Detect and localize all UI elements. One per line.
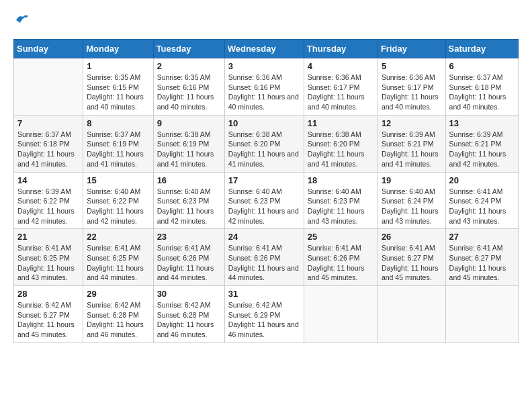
- calendar-cell: 4 Sunrise: 6:36 AM Sunset: 6:17 PM Dayli…: [304, 58, 378, 116]
- daylight-text: Daylight: 11 hours and 45 minutes.: [382, 264, 439, 282]
- sunrise-text: Sunrise: 6:41 AM: [87, 244, 140, 252]
- sunset-text: Sunset: 6:24 PM: [382, 197, 434, 205]
- day-number: 29: [87, 289, 149, 299]
- calendar-cell: 7 Sunrise: 6:37 AM Sunset: 6:18 PM Dayli…: [14, 115, 83, 172]
- day-number: 30: [157, 289, 221, 299]
- daylight-text: Daylight: 11 hours and 46 minutes.: [87, 320, 144, 338]
- calendar-cell: 22 Sunrise: 6:41 AM Sunset: 6:25 PM Dayl…: [83, 229, 153, 286]
- cell-info: Sunrise: 6:37 AM Sunset: 6:18 PM Dayligh…: [449, 73, 515, 112]
- sunset-text: Sunset: 6:27 PM: [17, 311, 70, 319]
- cell-info: Sunrise: 6:39 AM Sunset: 6:22 PM Dayligh…: [17, 187, 79, 226]
- sunset-text: Sunset: 6:17 PM: [308, 83, 360, 91]
- daylight-text: Daylight: 11 hours and 42 minutes.: [87, 207, 144, 225]
- calendar-cell: 27 Sunrise: 6:41 AM Sunset: 6:27 PM Dayl…: [445, 229, 518, 286]
- cell-info: Sunrise: 6:42 AM Sunset: 6:28 PM Dayligh…: [87, 300, 149, 340]
- calendar-cell: 9 Sunrise: 6:38 AM Sunset: 6:19 PM Dayli…: [153, 115, 224, 172]
- sunset-text: Sunset: 6:28 PM: [157, 311, 210, 319]
- calendar-cell: 28 Sunrise: 6:42 AM Sunset: 6:27 PM Dayl…: [14, 286, 83, 343]
- cell-info: Sunrise: 6:41 AM Sunset: 6:27 PM Dayligh…: [382, 243, 442, 283]
- day-number: 19: [382, 175, 442, 185]
- day-number: 17: [228, 175, 300, 185]
- calendar-cell: 24 Sunrise: 6:41 AM Sunset: 6:26 PM Dayl…: [224, 229, 304, 286]
- sunset-text: Sunset: 6:23 PM: [157, 197, 210, 205]
- sunset-text: Sunset: 6:22 PM: [87, 197, 139, 205]
- sunrise-text: Sunrise: 6:42 AM: [157, 301, 211, 309]
- calendar-cell: 16 Sunrise: 6:40 AM Sunset: 6:23 PM Dayl…: [153, 172, 224, 229]
- week-row-1: 1 Sunrise: 6:35 AM Sunset: 6:15 PM Dayli…: [14, 58, 519, 116]
- sunrise-text: Sunrise: 6:39 AM: [17, 187, 71, 195]
- sunrise-text: Sunrise: 6:38 AM: [228, 130, 282, 138]
- week-row-5: 28 Sunrise: 6:42 AM Sunset: 6:27 PM Dayl…: [14, 286, 519, 343]
- calendar-cell: 12 Sunrise: 6:39 AM Sunset: 6:21 PM Dayl…: [378, 115, 445, 172]
- calendar-cell: 25 Sunrise: 6:41 AM Sunset: 6:26 PM Dayl…: [304, 229, 378, 286]
- daylight-text: Daylight: 11 hours and 41 minutes.: [308, 150, 365, 168]
- calendar-cell: 5 Sunrise: 6:36 AM Sunset: 6:17 PM Dayli…: [378, 58, 445, 116]
- daylight-text: Daylight: 11 hours and 43 minutes.: [449, 207, 506, 225]
- calendar-cell: 20 Sunrise: 6:41 AM Sunset: 6:24 PM Dayl…: [445, 172, 518, 229]
- sunrise-text: Sunrise: 6:42 AM: [228, 301, 282, 309]
- weekday-header-row: SundayMondayTuesdayWednesdayThursdayFrid…: [14, 40, 519, 58]
- sunrise-text: Sunrise: 6:42 AM: [17, 301, 71, 309]
- day-number: 24: [228, 232, 300, 242]
- daylight-text: Daylight: 11 hours and 43 minutes.: [17, 264, 75, 282]
- daylight-text: Daylight: 11 hours and 41 minutes.: [382, 150, 439, 168]
- day-number: 5: [382, 61, 442, 71]
- sunrise-text: Sunrise: 6:37 AM: [17, 130, 71, 138]
- logo-bird-icon: [15, 13, 30, 26]
- daylight-text: Daylight: 11 hours and 42 minutes.: [157, 207, 214, 225]
- weekday-header-tuesday: Tuesday: [153, 40, 224, 58]
- cell-info: Sunrise: 6:40 AM Sunset: 6:23 PM Dayligh…: [308, 187, 374, 226]
- day-number: 13: [449, 118, 515, 128]
- calendar-cell: 10 Sunrise: 6:38 AM Sunset: 6:20 PM Dayl…: [224, 115, 304, 172]
- sunrise-text: Sunrise: 6:38 AM: [157, 130, 211, 138]
- sunset-text: Sunset: 6:26 PM: [157, 254, 210, 262]
- cell-info: Sunrise: 6:41 AM Sunset: 6:25 PM Dayligh…: [87, 243, 149, 283]
- day-number: 3: [228, 61, 300, 71]
- cell-info: Sunrise: 6:37 AM Sunset: 6:19 PM Dayligh…: [87, 130, 149, 169]
- sunset-text: Sunset: 6:28 PM: [87, 311, 139, 319]
- sunrise-text: Sunrise: 6:41 AM: [382, 244, 435, 252]
- cell-info: Sunrise: 6:41 AM Sunset: 6:25 PM Dayligh…: [17, 243, 79, 283]
- cell-info: Sunrise: 6:41 AM Sunset: 6:27 PM Dayligh…: [449, 243, 515, 283]
- day-number: 2: [157, 61, 221, 71]
- day-number: 21: [17, 232, 79, 242]
- sunrise-text: Sunrise: 6:39 AM: [382, 130, 435, 138]
- sunset-text: Sunset: 6:20 PM: [228, 140, 281, 148]
- sunrise-text: Sunrise: 6:35 AM: [157, 73, 211, 81]
- day-number: 23: [157, 232, 221, 242]
- cell-info: Sunrise: 6:40 AM Sunset: 6:23 PM Dayligh…: [228, 187, 300, 226]
- sunrise-text: Sunrise: 6:36 AM: [308, 73, 361, 81]
- cell-info: Sunrise: 6:39 AM Sunset: 6:21 PM Dayligh…: [449, 130, 515, 169]
- day-number: 12: [382, 118, 442, 128]
- daylight-text: Daylight: 11 hours and 44 minutes.: [157, 264, 214, 282]
- calendar-cell: 17 Sunrise: 6:40 AM Sunset: 6:23 PM Dayl…: [224, 172, 304, 229]
- calendar-cell: 29 Sunrise: 6:42 AM Sunset: 6:28 PM Dayl…: [83, 286, 153, 343]
- sunrise-text: Sunrise: 6:40 AM: [308, 187, 361, 195]
- sunrise-text: Sunrise: 6:36 AM: [228, 73, 282, 81]
- cell-info: Sunrise: 6:41 AM Sunset: 6:26 PM Dayligh…: [157, 243, 221, 283]
- daylight-text: Daylight: 11 hours and 41 minutes.: [228, 150, 299, 168]
- calendar-cell: 13 Sunrise: 6:39 AM Sunset: 6:21 PM Dayl…: [445, 115, 518, 172]
- calendar-cell: [14, 58, 83, 116]
- day-number: 7: [17, 118, 79, 128]
- cell-info: Sunrise: 6:40 AM Sunset: 6:23 PM Dayligh…: [157, 187, 221, 226]
- daylight-text: Daylight: 11 hours and 44 minutes.: [228, 264, 299, 282]
- weekday-header-saturday: Saturday: [445, 40, 518, 58]
- daylight-text: Daylight: 11 hours and 42 minutes.: [17, 207, 75, 225]
- calendar-cell: 30 Sunrise: 6:42 AM Sunset: 6:28 PM Dayl…: [153, 286, 224, 343]
- calendar-cell: 21 Sunrise: 6:41 AM Sunset: 6:25 PM Dayl…: [14, 229, 83, 286]
- calendar-cell: 23 Sunrise: 6:41 AM Sunset: 6:26 PM Dayl…: [153, 229, 224, 286]
- day-number: 20: [449, 175, 515, 185]
- weekday-header-wednesday: Wednesday: [224, 40, 304, 58]
- calendar-cell: [445, 286, 518, 343]
- day-number: 8: [87, 118, 149, 128]
- cell-info: Sunrise: 6:38 AM Sunset: 6:20 PM Dayligh…: [228, 130, 300, 169]
- logo: [13, 13, 30, 32]
- cell-info: Sunrise: 6:37 AM Sunset: 6:18 PM Dayligh…: [17, 130, 79, 169]
- weekday-header-friday: Friday: [378, 40, 445, 58]
- calendar-table: SundayMondayTuesdayWednesdayThursdayFrid…: [13, 39, 519, 343]
- cell-info: Sunrise: 6:39 AM Sunset: 6:21 PM Dayligh…: [382, 130, 442, 169]
- calendar-cell: 15 Sunrise: 6:40 AM Sunset: 6:22 PM Dayl…: [83, 172, 153, 229]
- sunset-text: Sunset: 6:18 PM: [17, 140, 70, 148]
- daylight-text: Daylight: 11 hours and 43 minutes.: [382, 207, 439, 225]
